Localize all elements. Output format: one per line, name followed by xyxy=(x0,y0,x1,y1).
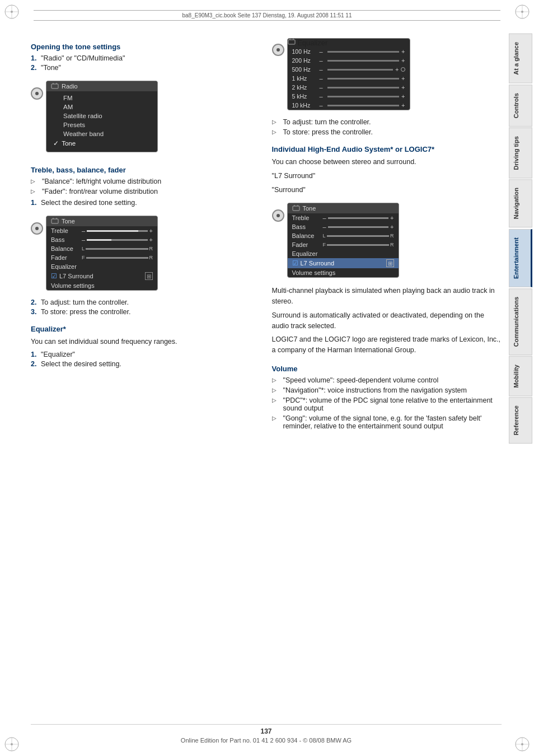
tone-row-bass: Bass – + xyxy=(46,235,157,244)
eq-screen: Equalizer 100 Hz – + 200 Hz – + xyxy=(287,38,410,110)
eq-screen-container: Equalizer 100 Hz – + 200 Hz – + xyxy=(272,34,502,115)
controller-button-2 xyxy=(31,222,43,235)
speed-volume-bullet: "Speed volume": speed-dependent volume c… xyxy=(272,376,502,384)
radio-title-bar: Radio xyxy=(46,81,157,91)
sidebar-tab-at-a-glance[interactable]: At a glance xyxy=(509,34,532,83)
pdc-volume-bullet: "PDC"*: volume of the PDC signal tone re… xyxy=(272,396,502,412)
menu-satellite: Satellite radio xyxy=(46,111,157,120)
treble-bass-steps: 1. Select the desired tone setting. xyxy=(31,199,261,207)
menu-weather: Weather band xyxy=(46,129,157,138)
controller-button-3 xyxy=(272,209,284,222)
radio-menu: FM AM Satellite radio Presets Weather ba… xyxy=(46,91,157,152)
eq-adjust-bullets: To adjust: turn the controller. To store… xyxy=(272,118,502,136)
svg-rect-25 xyxy=(293,206,299,211)
main-content: Opening the tone settings 1. "Radio" or … xyxy=(31,28,502,734)
tone2-balance: Balance L R xyxy=(288,231,399,240)
equalizer-steps: 1. "Equalizer" 2. Select the desired set… xyxy=(31,351,261,368)
tone-row-volume: Volume settings xyxy=(46,281,157,290)
adj-step-2: 2. To adjust: turn the controller. xyxy=(31,298,261,306)
tone-row-treble: Treble – + xyxy=(46,226,157,235)
tone2-fader: Fader F R xyxy=(288,240,399,249)
opening-tone-steps: 1. "Radio" or "CD/Multimedia" 2. "Tone" xyxy=(31,54,261,72)
controller-button xyxy=(31,87,43,100)
controller-dot-2 xyxy=(35,227,39,230)
step-1: 1. "Radio" or "CD/Multimedia" xyxy=(31,54,261,62)
svg-rect-22 xyxy=(288,40,295,44)
gong-volume-bullet: "Gong": volume of the signal tone, e.g. … xyxy=(272,414,502,430)
multichannel-para: Multi-channel playback is simulated when… xyxy=(272,286,502,307)
step-2: 2. "Tone" xyxy=(31,64,261,72)
eq-500hz: 500 Hz – + xyxy=(288,65,410,74)
tone2-treble: Treble – + xyxy=(288,213,399,222)
eq-adjust-bullet: To adjust: turn the controller. xyxy=(272,118,502,126)
sidebar-tab-controls[interactable]: Controls xyxy=(509,85,532,127)
tone-screen: Tone Treble – + Bass – xyxy=(46,216,158,291)
equalizer-body: You can set individual sound frequency r… xyxy=(31,337,261,347)
corner-decoration-bl xyxy=(3,736,20,753)
tone2-bass: Bass – + xyxy=(288,222,399,231)
fader-bullet: "Fader": front/rear volume distribution xyxy=(31,188,261,195)
eq-store-bullet: To store: press the controller. xyxy=(272,128,502,136)
eq-2khz: 2 kHz – + xyxy=(288,83,410,92)
tone2-l7-surround: ☑ L7 Surround ⊞ xyxy=(288,258,399,268)
surround-option: "Surround" xyxy=(272,185,502,195)
footer-text: Online Edition for Part no. 01 41 2 600 … xyxy=(181,737,352,744)
radio-screen: Radio FM AM Satellite radio Presets Weat… xyxy=(46,81,158,152)
volume-heading: Volume xyxy=(272,365,502,373)
tone-screen2-container: Tone Treble – + Bass – + xyxy=(272,198,502,282)
tone-screen-container: Tone Treble – + Bass – xyxy=(31,211,261,295)
eq-200hz: 200 Hz – + xyxy=(288,56,410,65)
menu-presets: Presets xyxy=(46,120,157,129)
right-column: Equalizer 100 Hz – + 200 Hz – + xyxy=(272,34,502,433)
left-column: Opening the tone settings 1. "Radio" or … xyxy=(31,34,261,433)
tone-row-balance: Balance L R xyxy=(46,244,157,253)
controller-dot-3 xyxy=(277,214,280,217)
eq-10khz: 10 kHz – + xyxy=(288,101,410,110)
svg-rect-19 xyxy=(51,219,58,223)
balance-bullet: "Balance": left/right volume distributio… xyxy=(31,178,261,185)
menu-tone: Tone xyxy=(46,138,157,148)
high-end-body: You can choose between stereo and surrou… xyxy=(272,157,502,167)
eq-step-1: 1. "Equalizer" xyxy=(31,351,261,358)
tone2-equalizer: Equalizer xyxy=(288,249,399,258)
tone-title-bar: Tone xyxy=(46,216,157,226)
volume-bullets: "Speed volume": speed-dependent volume c… xyxy=(272,376,502,430)
opening-tone-heading: Opening the tone settings xyxy=(31,43,261,51)
sidebar-tab-communications[interactable]: Communications xyxy=(509,288,532,355)
svg-point-11 xyxy=(11,743,13,745)
treble-bass-heading: Treble, bass, balance, fader xyxy=(31,166,261,174)
tb-step-1: 1. Select the desired tone setting. xyxy=(31,199,261,207)
radio-screen-container: Radio FM AM Satellite radio Presets Weat… xyxy=(31,76,261,157)
eq-100hz: 100 Hz – + xyxy=(288,47,410,56)
tone-row-fader: Fader F R xyxy=(46,253,157,262)
tone-screen-2: Tone Treble – + Bass – + xyxy=(287,203,399,278)
sidebar: At a glance Controls Driving tips Naviga… xyxy=(507,0,534,756)
sidebar-tab-entertainment[interactable]: Entertainment xyxy=(509,229,532,287)
eq-title-bar: Equalizer xyxy=(288,39,410,47)
svg-rect-16 xyxy=(51,84,58,88)
sidebar-tab-navigation[interactable]: Navigation xyxy=(509,179,532,227)
eq-step-2: 2. Select the desired setting. xyxy=(31,360,261,368)
controller-dot-eq xyxy=(277,48,280,52)
file-reference: ba8_E90M3_cic.book Seite 137 Dienstag, 1… xyxy=(34,10,500,21)
eq-5khz: 5 kHz – + xyxy=(288,92,410,101)
controller-button-eq xyxy=(272,44,284,56)
equalizer-heading: Equalizer* xyxy=(31,325,261,333)
tone2-title-bar: Tone xyxy=(288,203,399,213)
logic7-trademark-para: LOGIC7 and the LOGIC7 logo are registere… xyxy=(272,334,502,356)
high-end-heading: Individual High-End Audio System* or LOG… xyxy=(272,145,502,153)
corner-decoration-tl xyxy=(3,3,20,20)
menu-am: AM xyxy=(46,102,157,111)
tone-row-l7: ☑ L7 Surround ⊞ xyxy=(46,271,157,281)
eq-1khz: 1 kHz – + xyxy=(288,74,410,83)
sidebar-tab-reference[interactable]: Reference xyxy=(509,397,532,444)
sidebar-tab-driving-tips[interactable]: Driving tips xyxy=(509,128,532,179)
page-number: 137 xyxy=(31,727,502,735)
tone2-volume: Volume settings xyxy=(288,268,399,277)
menu-fm: FM xyxy=(46,94,157,102)
l7-surround-option: "L7 Surround" xyxy=(272,171,502,181)
svg-point-3 xyxy=(11,11,13,13)
tone-adjust-steps: 2. To adjust: turn the controller. 3. To… xyxy=(31,298,261,316)
tone-row-equalizer: Equalizer xyxy=(46,262,157,271)
sidebar-tab-mobility[interactable]: Mobility xyxy=(509,356,532,396)
